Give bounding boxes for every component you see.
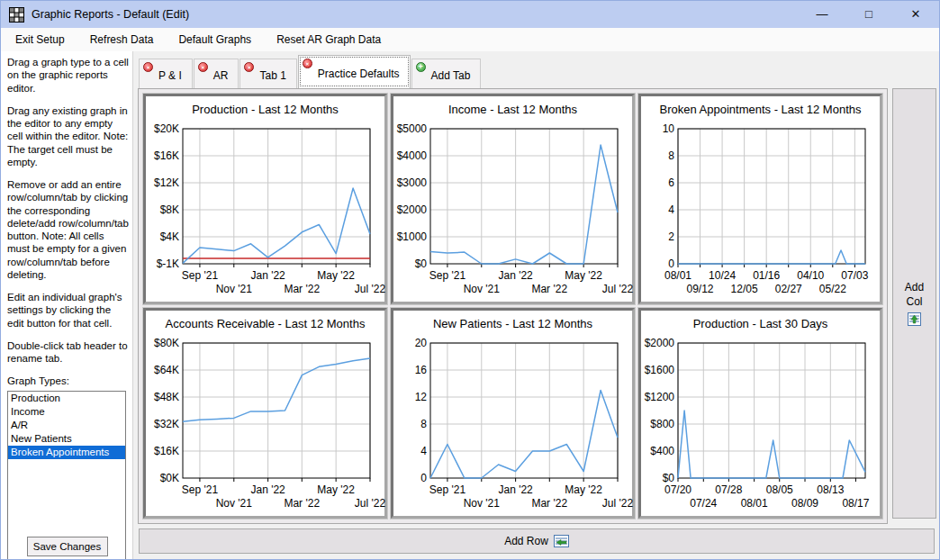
menu-bar: Exit Setup Refresh Data Default Graphs R… xyxy=(1,28,939,51)
chart-canvas: Sep '21Nov '21Jan '22Mar '22May '22Jul '… xyxy=(394,124,631,303)
svg-text:$3000: $3000 xyxy=(397,176,428,189)
delete-tab-icon[interactable] xyxy=(198,62,208,72)
svg-text:08/01: 08/01 xyxy=(664,269,691,282)
svg-text:$2000: $2000 xyxy=(397,203,428,216)
svg-text:Mar '22: Mar '22 xyxy=(284,283,320,295)
instruction-text: Remove or add an entire row/column/tab b… xyxy=(7,178,129,281)
svg-text:Jul '22: Jul '22 xyxy=(355,497,386,510)
svg-text:Jul '22: Jul '22 xyxy=(602,497,634,510)
graph-grid-panel: Production - Last 12 Months Sep '21Nov '… xyxy=(138,88,888,524)
tab-label: Tab 1 xyxy=(259,69,285,82)
svg-text:$400: $400 xyxy=(650,445,674,457)
svg-text:May '22: May '22 xyxy=(565,483,602,496)
add-row-button[interactable]: Add Row xyxy=(139,528,935,554)
graph-type-production[interactable]: Production xyxy=(8,392,125,405)
svg-text:07/28: 07/28 xyxy=(715,483,742,496)
add-row-label: Add Row xyxy=(504,535,548,547)
tab-label: P & I xyxy=(158,69,182,82)
maximize-button[interactable]: □ xyxy=(845,1,892,28)
menu-refresh-data[interactable]: Refresh Data xyxy=(77,28,167,51)
svg-text:May '22: May '22 xyxy=(317,483,355,496)
svg-text:Jan '22: Jan '22 xyxy=(498,483,533,496)
tab-label: Practice Defaults xyxy=(318,68,400,80)
tab-p-and-i[interactable]: P & I xyxy=(139,59,193,88)
svg-text:$0: $0 xyxy=(663,472,675,484)
graph-type-income[interactable]: Income xyxy=(8,405,125,419)
svg-text:16: 16 xyxy=(415,364,428,376)
add-tab-button[interactable]: Add Tab xyxy=(411,59,482,88)
chart-title: Income - Last 12 Months xyxy=(393,96,632,124)
graph-type-ar[interactable]: A/R xyxy=(8,419,125,432)
graph-cell-broken-appointments-12m[interactable]: Broken Appointments - Last 12 Months 08/… xyxy=(638,94,882,304)
svg-text:0: 0 xyxy=(420,472,427,484)
svg-text:10/24: 10/24 xyxy=(709,269,736,282)
svg-text:12: 12 xyxy=(415,391,428,403)
graph-cell-accounts-receivable-12m[interactable]: Accounts Receivable - Last 12 Months Sep… xyxy=(143,308,387,519)
app-icon xyxy=(9,7,24,23)
chart-title: Production - Last 30 Days xyxy=(641,311,880,339)
svg-text:$5000: $5000 xyxy=(397,122,428,135)
delete-tab-icon[interactable] xyxy=(244,62,254,72)
svg-text:$8K: $8K xyxy=(160,203,179,216)
svg-text:Jul '22: Jul '22 xyxy=(355,283,386,295)
tab-tab1[interactable]: Tab 1 xyxy=(240,59,296,88)
svg-text:08/01: 08/01 xyxy=(741,497,768,510)
svg-text:Jan '22: Jan '22 xyxy=(250,483,285,496)
svg-text:$2000: $2000 xyxy=(645,337,675,349)
svg-text:Mar '22: Mar '22 xyxy=(531,283,567,295)
svg-text:$4K: $4K xyxy=(160,230,179,243)
svg-text:08/13: 08/13 xyxy=(817,483,844,496)
graph-cell-income-12m[interactable]: Income - Last 12 Months Sep '21Nov '21Ja… xyxy=(391,94,635,304)
delete-tab-icon[interactable] xyxy=(303,59,312,68)
tab-label: Add Tab xyxy=(431,69,471,82)
graph-cell-production-12m[interactable]: Production - Last 12 Months Sep '21Nov '… xyxy=(143,94,387,304)
svg-text:Mar '22: Mar '22 xyxy=(531,497,567,510)
menu-default-graphs[interactable]: Default Graphs xyxy=(166,28,264,51)
tab-strip: P & I AR Tab 1 Practice Defaults Add Tab xyxy=(139,55,482,88)
graph-type-broken-appointments[interactable]: Broken Appointments xyxy=(8,446,125,459)
svg-text:$0K: $0K xyxy=(160,472,179,484)
svg-text:Sep '21: Sep '21 xyxy=(429,269,466,282)
close-button[interactable]: ✕ xyxy=(892,1,939,28)
tab-practice-defaults[interactable]: Practice Defaults xyxy=(298,55,411,88)
svg-text:05/22: 05/22 xyxy=(819,283,846,295)
svg-text:$4000: $4000 xyxy=(397,149,428,162)
instruction-text: Double-click tab header to rename tab. xyxy=(7,339,129,366)
delete-tab-icon[interactable] xyxy=(143,62,153,72)
svg-text:12/05: 12/05 xyxy=(731,283,758,295)
tab-ar[interactable]: AR xyxy=(194,59,240,88)
sidebar: Drag a graph type to a cell on the graph… xyxy=(1,51,133,559)
svg-text:08/05: 08/05 xyxy=(766,483,793,496)
svg-text:Sep '21: Sep '21 xyxy=(429,483,466,496)
svg-text:May '22: May '22 xyxy=(565,269,602,282)
add-tab-icon xyxy=(416,62,426,72)
add-row-icon xyxy=(554,535,569,547)
svg-text:$48K: $48K xyxy=(154,391,179,403)
chart-title: Broken Appointments - Last 12 Months xyxy=(641,96,880,124)
window-title: Graphic Reports - Default (Edit) xyxy=(32,8,189,21)
graph-cell-production-30d[interactable]: Production - Last 30 Days 07/2007/2407/2… xyxy=(638,308,882,519)
graph-cell-new-patients-12m[interactable]: New Patients - Last 12 Months Sep '21Nov… xyxy=(391,308,635,519)
svg-text:6: 6 xyxy=(668,176,674,189)
title-bar: Graphic Reports - Default (Edit) — □ ✕ xyxy=(1,1,939,28)
chart-title: Production - Last 12 Months xyxy=(146,96,384,124)
graph-types-listbox[interactable]: Production Income A/R New Patients Broke… xyxy=(7,391,126,560)
svg-text:$64K: $64K xyxy=(154,364,179,376)
svg-text:$1000: $1000 xyxy=(397,230,428,243)
svg-text:Sep '21: Sep '21 xyxy=(182,483,219,496)
chart-canvas: Sep '21Nov '21Jan '22Mar '22May '22Jul '… xyxy=(147,124,384,303)
graph-type-new-patients[interactable]: New Patients xyxy=(8,432,125,446)
minimize-button[interactable]: — xyxy=(799,1,845,28)
svg-text:Mar '22: Mar '22 xyxy=(284,497,320,510)
menu-reset-ar-graph-data[interactable]: Reset AR Graph Data xyxy=(264,28,393,51)
svg-text:10: 10 xyxy=(663,122,675,135)
tab-label: AR xyxy=(213,69,229,82)
chart-canvas: Sep '21Nov '21Jan '22Mar '22May '22Jul '… xyxy=(394,339,631,517)
svg-text:07/03: 07/03 xyxy=(841,269,868,282)
menu-exit-setup[interactable]: Exit Setup xyxy=(3,28,77,51)
svg-text:$80K: $80K xyxy=(154,337,179,349)
add-column-button[interactable]: Add Col xyxy=(892,88,936,519)
chart-title: Accounts Receivable - Last 12 Months xyxy=(146,311,384,339)
save-changes-button[interactable]: Save Changes xyxy=(27,537,108,556)
svg-text:$20K: $20K xyxy=(154,122,179,135)
